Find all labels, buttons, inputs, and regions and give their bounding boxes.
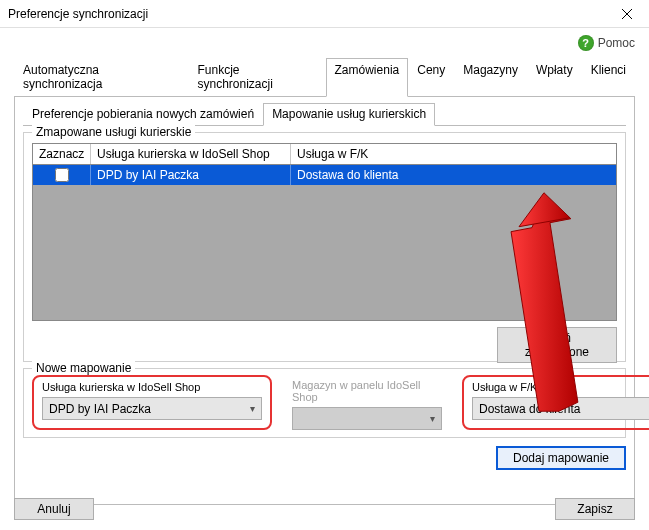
- mapped-services-legend: Zmapowane usługi kurierskie: [32, 125, 195, 139]
- save-button[interactable]: Zapisz: [555, 498, 635, 520]
- help-link[interactable]: Pomoc: [598, 36, 635, 50]
- courier-service-label: Usługa kurierska w IdoSell Shop: [42, 381, 262, 393]
- chevron-down-icon: ▾: [250, 403, 255, 414]
- subtab-courier-mapping[interactable]: Mapowanie usług kurierskich: [263, 103, 435, 126]
- tab-auto-sync[interactable]: Automatyczna synchronizacja: [14, 58, 189, 97]
- sub-tabs: Preferencje pobierania nowych zamówień M…: [23, 103, 626, 126]
- delete-selected-button[interactable]: Usuń zaznaczone: [497, 327, 617, 363]
- new-mapping-group: Nowe mapowanie Usługa kurierska w IdoSel…: [23, 368, 626, 438]
- row-service-cell: DPD by IAI Paczka: [91, 165, 291, 185]
- main-tabs: Automatyczna synchronizacja Funkcje sync…: [14, 58, 635, 97]
- tab-prices[interactable]: Ceny: [408, 58, 454, 97]
- col-header-check[interactable]: Zaznacz: [33, 144, 91, 164]
- table-row[interactable]: DPD by IAI Paczka Dostawa do klienta: [33, 165, 616, 185]
- tab-sync-functions[interactable]: Funkcje synchronizacji: [189, 58, 326, 97]
- close-button[interactable]: [605, 0, 649, 27]
- cancel-button[interactable]: Anuluj: [14, 498, 94, 520]
- tab-clients[interactable]: Klienci: [582, 58, 635, 97]
- courier-service-value: DPD by IAI Paczka: [49, 402, 151, 416]
- row-fk-cell: Dostawa do klienta: [291, 165, 616, 185]
- window-title: Preferencje synchronizacji: [0, 7, 605, 21]
- tab-payments[interactable]: Wpłaty: [527, 58, 582, 97]
- fk-service-select[interactable]: Dostawa do klienta ▾: [472, 397, 649, 420]
- mapping-table: Zaznacz Usługa kurierska w IdoSell Shop …: [32, 143, 617, 321]
- help-icon[interactable]: ?: [578, 35, 594, 51]
- add-mapping-button[interactable]: Dodaj mapowanie: [496, 446, 626, 470]
- close-icon: [622, 9, 632, 19]
- col-header-fk[interactable]: Usługa w F/K: [291, 144, 616, 164]
- row-checkbox[interactable]: [55, 168, 69, 182]
- new-mapping-legend: Nowe mapowanie: [32, 361, 135, 375]
- subtab-new-orders-prefs[interactable]: Preferencje pobierania nowych zamówień: [23, 103, 263, 126]
- fk-service-value: Dostawa do klienta: [479, 402, 580, 416]
- warehouse-select: ▾: [292, 407, 442, 430]
- courier-service-select[interactable]: DPD by IAI Paczka ▾: [42, 397, 262, 420]
- mapped-services-group: Zmapowane usługi kurierskie Zaznacz Usłu…: [23, 132, 626, 362]
- tab-orders[interactable]: Zamówienia: [326, 58, 409, 97]
- col-header-service[interactable]: Usługa kurierska w IdoSell Shop: [91, 144, 291, 164]
- tab-warehouses[interactable]: Magazyny: [454, 58, 527, 97]
- warehouse-label: Magazyn w panelu IdoSell Shop: [292, 379, 442, 403]
- chevron-down-icon: ▾: [430, 413, 435, 424]
- fk-service-label: Usługa w F/K: [472, 381, 649, 393]
